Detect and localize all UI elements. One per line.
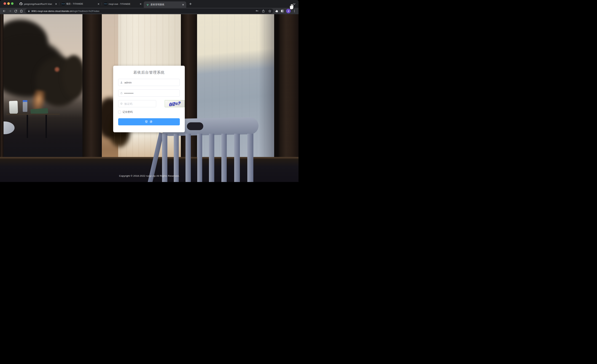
url-host: 8081-rouyi-vue-demo.cloud.titanide.cn	[31, 10, 72, 12]
shield-check-icon	[118, 102, 124, 105]
close-icon[interactable]	[139, 2, 142, 5]
bookmark-star-icon[interactable]	[268, 9, 272, 13]
remember-checkbox[interactable]	[118, 111, 121, 113]
tab-strip: yangzongzhuan/RuoYi-Vue: (Ru <t> 项目 - TI…	[0, 0, 298, 8]
side-panel-icon[interactable]	[281, 9, 284, 13]
password-key-icon[interactable]	[255, 9, 259, 13]
remember-label: 记住密码	[123, 110, 133, 114]
ruoyi-leaf-icon	[146, 3, 149, 6]
username-field[interactable]	[118, 79, 180, 86]
url-bar[interactable]: 8081-rouyi-vue-demo.cloud.titanide.cn/lo…	[25, 8, 273, 14]
page-title: 若依后台管理系统	[113, 70, 185, 75]
new-tab-button[interactable]	[189, 2, 192, 6]
tab-title: 若依管理系统	[150, 3, 180, 6]
share-icon[interactable]	[261, 9, 265, 13]
paper-cup	[9, 101, 18, 114]
captcha-field[interactable]	[118, 100, 156, 107]
user-icon	[118, 81, 124, 84]
tab-titanide-project[interactable]: <t> 项目 - TITANIDE	[59, 0, 102, 8]
close-window-button[interactable]	[4, 2, 6, 5]
home-icon[interactable]	[19, 9, 24, 13]
login-button[interactable]: 登 录	[118, 118, 180, 125]
fullscreen-window-button[interactable]	[11, 2, 14, 5]
lock-icon[interactable]	[28, 10, 30, 12]
remember-password-row[interactable]: 记住密码	[118, 110, 133, 114]
table-leg	[27, 115, 28, 138]
close-icon[interactable]	[181, 3, 184, 6]
browser-toolbar: 8081-rouyi-vue-demo.cloud.titanide.cn/lo…	[0, 8, 298, 14]
captcha-image[interactable]: 0/2=?	[165, 100, 185, 107]
titanide-icon: <t>	[62, 2, 65, 5]
password-field[interactable]	[118, 90, 180, 97]
password-input[interactable]	[124, 92, 180, 94]
copyright-text: Copyright © 2018-2022 ruoyi.vip All Righ…	[0, 175, 298, 177]
username-input[interactable]	[124, 81, 180, 84]
tab-title: yangzongzhuan/RuoYi-Vue: (Ru	[24, 3, 53, 5]
forward-icon[interactable]	[8, 9, 12, 13]
bottle	[23, 102, 27, 112]
github-icon	[20, 2, 22, 5]
minimize-window-button[interactable]	[7, 2, 10, 5]
kebab-menu-icon[interactable]	[293, 9, 296, 13]
chair-handle-hole	[187, 122, 203, 130]
close-icon[interactable]	[97, 2, 100, 5]
tab-title: 项目 - TITANIDE	[66, 2, 96, 6]
back-icon[interactable]	[2, 9, 6, 13]
browser-window: yangzongzhuan/RuoYi-Vue: (Ru <t> 项目 - TI…	[0, 0, 298, 182]
tab-title: rouyi-vue - TITANIDE	[109, 3, 138, 5]
lock-icon	[118, 92, 124, 94]
url-path: /login?redirect=%2Findex	[72, 10, 100, 12]
mouse-cursor-hand	[288, 3, 294, 10]
tab-ruoyi-active[interactable]: 若依管理系统	[144, 1, 186, 8]
table-edge	[6, 114, 60, 115]
tab-titanide-rouyi-vue[interactable]: <t> rouyi-vue - TITANIDE	[102, 0, 144, 8]
captcha-text: 0/2=?	[169, 100, 181, 107]
login-card: 若依后台管理系统 0/2=? 记住密码 登 录	[113, 66, 185, 132]
reload-icon[interactable]	[14, 9, 18, 13]
tab-github-ruoyi[interactable]: yangzongzhuan/RuoYi-Vue: (Ru	[17, 0, 59, 8]
extensions-puzzle-icon[interactable]	[275, 9, 279, 13]
titanide-icon: <t>	[104, 2, 107, 5]
table-leg	[46, 115, 47, 138]
close-icon[interactable]	[55, 2, 57, 5]
captcha-input[interactable]	[124, 102, 156, 105]
